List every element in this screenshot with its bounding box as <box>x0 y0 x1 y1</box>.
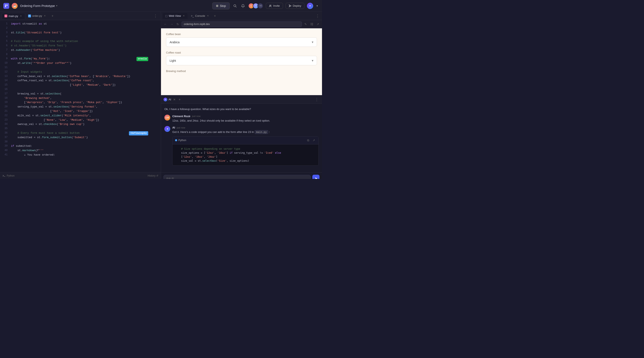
code-line-9: 9 with st.form('my_form'): ornella <box>0 57 161 61</box>
coffee-roast-value: Light <box>170 59 176 62</box>
tab-main-py[interactable]: S main.py ✕ <box>2 13 25 19</box>
ai-tab-close-button[interactable]: ✕ <box>173 97 176 102</box>
code-line-17: 17 brewing_val = st.selectbox( <box>0 92 161 96</box>
tab-close-main[interactable]: ✕ <box>20 15 22 18</box>
coffee-roast-select[interactable]: Light ▾ <box>166 56 317 65</box>
code-line-20: 20 serving_type_val = st.selectbox('Serv… <box>0 105 161 109</box>
ai-message-content: AI just now Got it. Here's a code snippe… <box>172 126 319 166</box>
editor-footer-lang: Python <box>2 174 14 177</box>
webview-menu-button[interactable]: ⋮ <box>315 13 320 19</box>
add-webview-tab-button[interactable]: + <box>212 13 217 19</box>
coffee-bean-label: Coffee bean <box>166 33 317 36</box>
tab-label-order: order.py <box>32 14 42 18</box>
tab-console[interactable]: >_ Console ✕ <box>188 13 212 19</box>
refresh-button[interactable]: ↻ <box>176 22 180 26</box>
coffee-roast-section: Coffee roast Light ▾ <box>166 51 317 65</box>
code-line-22: 22 milk_val = st.select_slider('Milk int… <box>0 114 161 118</box>
webview-tab-bar: ⬚ Web View ✕ >_ Console ✕ + ⋮ <box>161 12 322 20</box>
edit-url-button[interactable]: ✎ <box>304 22 308 26</box>
streamlit-preview: Coffee bean Arabica ▾ Coffee roast Light… <box>161 28 322 95</box>
ai-tab-add-button[interactable]: + <box>178 97 181 102</box>
coffee-roast-chevron-icon: ▾ <box>312 59 314 63</box>
back-button[interactable]: ← <box>163 22 168 26</box>
copy-url-button[interactable]: ⛓ <box>310 22 314 26</box>
ai-question: Ok, I have a followup question. What siz… <box>164 107 319 111</box>
ai-send-button[interactable]: ➤ <box>312 175 320 179</box>
ai-sender-name: AI <box>172 126 175 129</box>
clement-avatar: CR <box>164 115 170 120</box>
python-lang-dot <box>175 139 177 141</box>
replit-logo <box>3 3 9 9</box>
url-bar: ← → ↻ ✎ ⛓ ↗ <box>161 20 322 28</box>
tab-label-main: main.py <box>8 15 18 18</box>
svg-point-5 <box>270 5 271 6</box>
code-line-16: 16 <box>0 87 161 92</box>
app-title-container[interactable]: Ordering Form Prototype ▾ <box>20 4 58 8</box>
more-options-button[interactable]: ▾ <box>316 4 319 8</box>
code-line-23: 23 ['None', 'Low', 'Medium', 'High']) <box>0 118 161 122</box>
console-tab-label: Console <box>195 14 205 18</box>
invite-label: Invite <box>273 4 280 7</box>
avatar-group: C T +8 <box>248 3 263 9</box>
editor-menu-button[interactable]: ⋮ <box>152 13 159 19</box>
ai-menu-button[interactable]: ⋮ <box>314 96 320 103</box>
code-line-2: 2 <box>0 26 161 31</box>
send-icon: ➤ <box>315 176 318 179</box>
code-line-39: 39 if submitted: <box>0 144 161 148</box>
title-chevron-icon: ▾ <box>56 5 58 7</box>
code-line-12: 12 # Input widgets <box>0 70 161 74</box>
search-button[interactable] <box>232 3 238 9</box>
code-line-5: 5 # Full example of using the with notat… <box>0 39 161 44</box>
avatar-count: +8 <box>258 3 263 9</box>
ai-icon: ✦ <box>164 98 167 101</box>
console-tab-close[interactable]: ✕ <box>206 15 209 18</box>
svg-marker-8 <box>289 5 291 7</box>
ai-message: ✦ AI just now Got it. Here's a code snip… <box>164 126 319 166</box>
code-line-1: 1 import streamlit as st <box>0 22 161 26</box>
svg-rect-0 <box>5 5 6 6</box>
editor-history-label[interactable]: History ↺ <box>148 174 158 177</box>
stop-button[interactable]: Stop <box>212 2 230 10</box>
ai-nav-button[interactable]: ✦ <box>307 3 313 9</box>
code-block-header: Python ⧉ ↗ <box>172 136 318 144</box>
code-line-36: 36 # Every form must have a submit butto… <box>0 131 161 135</box>
ai-tab: ✦ AI <box>164 98 171 101</box>
deploy-label: Deploy <box>293 4 301 7</box>
tab-web-view[interactable]: ⬚ Web View ✕ <box>163 13 188 19</box>
forward-button[interactable]: → <box>170 22 174 26</box>
code-line-7: 7 st.subheader('Coffee machine') <box>0 48 161 53</box>
code-block-actions: ⧉ ↗ <box>306 138 316 142</box>
topbar: ☕ Ordering Form Prototype ▾ Stop C T +8 <box>0 0 322 12</box>
code-line-11: 11 <box>0 66 161 70</box>
invite-button[interactable]: Invite <box>266 3 283 9</box>
tab-close-order[interactable]: ✕ <box>44 15 46 18</box>
webview-icon: ⬚ <box>165 15 168 18</box>
coffee-bean-section: Coffee bean Arabica ▾ <box>166 33 317 47</box>
code-line-13: 13 coffee_bean_val = st.selectbox('Coffe… <box>0 74 161 79</box>
console-icon: >_ <box>191 15 194 18</box>
code-line-40: 40 st.markdown(f''' <box>0 148 161 153</box>
code-editor[interactable]: 1 import streamlit as st 2 3 st.title('S… <box>0 20 161 172</box>
editor-lang-label: Python <box>7 174 14 177</box>
streamlit-icon: S <box>4 15 7 18</box>
user-label-ornella: ornella <box>136 57 148 61</box>
ai-message-text: Got it. Here's a code snippet you can ad… <box>172 130 319 134</box>
copy-code-button[interactable]: ⧉ <box>306 138 310 142</box>
code-line-41: 41 ☕ You have ordered: <box>0 153 161 157</box>
ai-tab-label-text: AI <box>168 98 171 101</box>
code-line-10: 10 st.write('**Order your coffee**') <box>0 61 161 66</box>
tab-order-py[interactable]: P order.py ✕ <box>26 13 49 19</box>
notifications-button[interactable] <box>240 3 246 9</box>
ai-message-time: just now <box>177 126 185 129</box>
right-panel: ⬚ Web View ✕ >_ Console ✕ + ⋮ ← → ↻ <box>161 12 322 179</box>
open-external-button[interactable]: ↗ <box>316 22 320 26</box>
code-line-37: 37 submitted = st.form_submit_button('Su… <box>0 135 161 140</box>
deploy-button[interactable]: Deploy <box>286 3 304 9</box>
coffee-bean-chevron-icon: ▾ <box>312 40 314 44</box>
webview-tab-close[interactable]: ✕ <box>182 15 185 18</box>
url-input[interactable] <box>182 22 302 27</box>
insert-code-button[interactable]: ↗ <box>312 138 316 142</box>
coffee-bean-select[interactable]: Arabica ▾ <box>166 37 317 47</box>
add-tab-button[interactable]: + <box>50 14 55 19</box>
ai-input[interactable] <box>164 175 311 179</box>
